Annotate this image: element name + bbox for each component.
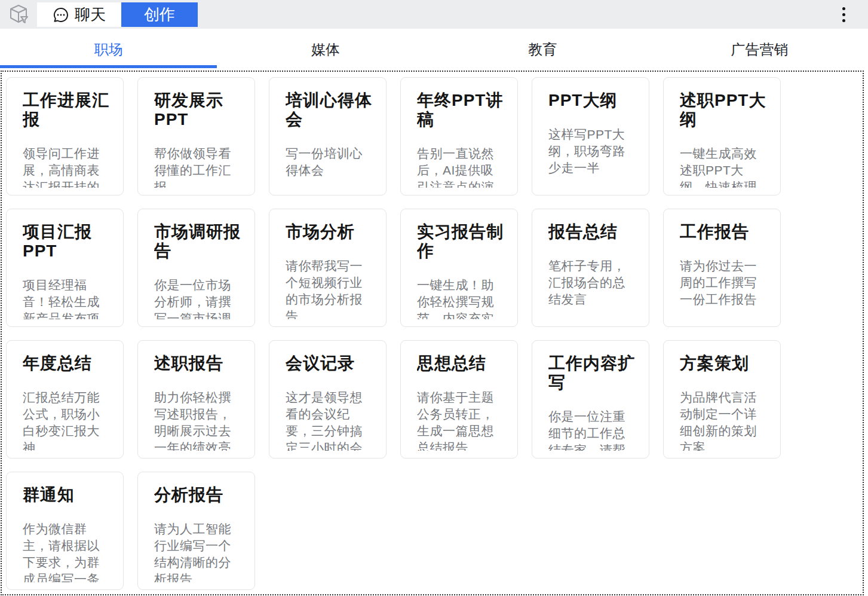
card-desc: 写一份培训心得体会 xyxy=(286,145,373,179)
card-desc: 请为人工智能行业编写一个结构清晰的分析报告 xyxy=(154,521,241,582)
card-clip: 分析报告 请为人工智能行业编写一个结构清晰的分析报告 xyxy=(154,485,241,582)
card-clip: 报告总结 笔杆子专用，汇报场合的总结发言 xyxy=(548,222,636,319)
card-clip: 述职报告 助力你轻松撰写述职报告，明晰展示过去一年的绩效亮点 xyxy=(154,354,241,451)
category-label: 教育 xyxy=(528,40,557,59)
card-desc: 为品牌代言活动制定一个详细创新的策划方案 xyxy=(680,389,767,451)
card-desc: 你是一位注重细节的工作总结专家，请帮我扩写工作内容 xyxy=(548,408,636,451)
category-bar: 职场 媒体 教育 广告营销 xyxy=(0,29,868,71)
card-desc: 项目经理福音！轻松生成新产品发布项目PPT xyxy=(23,277,110,319)
card-title: 年度总结 xyxy=(23,354,110,373)
template-card[interactable]: 实习报告制作 一键生成！助你轻松撰写规范、内容充实的实习报告 xyxy=(400,209,518,327)
template-card[interactable]: 报告总结 笔杆子专用，汇报场合的总结发言 xyxy=(532,209,649,327)
card-title: PPT大纲 xyxy=(548,91,636,110)
card-desc: 一键生成！助你轻松撰写规范、内容充实的实习报告 xyxy=(417,277,504,319)
card-desc: 请你基于主题公务员转正，生成一篇思想总结报告 xyxy=(417,389,504,451)
card-clip: 会议记录 这才是领导想看的会议纪要，三分钟搞定三小时的会议 xyxy=(286,354,373,451)
template-card[interactable]: 群通知 作为微信群主，请根据以下要求，为群成员编写一条通知 xyxy=(6,472,124,590)
card-title: 培训心得体会 xyxy=(286,91,373,129)
category-label: 媒体 xyxy=(311,40,340,59)
card-clip: 工作进展汇报 领导问工作进展，高情商表达汇报开挂的你 xyxy=(23,91,110,188)
template-card[interactable]: 工作报告 请为你过去一周的工作撰写一份工作报告 xyxy=(663,209,781,327)
card-desc: 作为微信群主，请根据以下要求，为群成员编写一条通知 xyxy=(23,521,110,582)
card-clip: 培训心得体会 写一份培训心得体会 xyxy=(286,91,373,188)
tab-create[interactable]: 创作 xyxy=(121,2,198,27)
template-card[interactable]: 项目汇报PPT 项目经理福音！轻松生成新产品发布项目PPT xyxy=(6,209,124,327)
chat-bubble-icon xyxy=(53,7,69,23)
card-desc: 你是一位市场分析师，请撰写一篇市场调研报告 xyxy=(154,277,241,319)
card-desc: 这才是领导想看的会议纪要，三分钟搞定三小时的会议 xyxy=(286,389,373,451)
card-desc: 笔杆子专用，汇报场合的总结发言 xyxy=(548,258,636,308)
card-clip: 述职PPT大纲 一键生成高效述职PPT大纲，快速梳理重点 xyxy=(680,91,767,188)
category-label: 职场 xyxy=(94,40,123,59)
card-title: 市场调研报告 xyxy=(154,222,241,261)
card-title: 分析报告 xyxy=(154,485,241,505)
tab-chat-label: 聊天 xyxy=(75,4,106,25)
card-clip: 市场分析 请你帮我写一个短视频行业的市场分析报告 xyxy=(286,222,373,319)
template-card[interactable]: 分析报告 请为人工智能行业编写一个结构清晰的分析报告 xyxy=(137,472,255,590)
template-card[interactable]: 工作进展汇报 领导问工作进展，高情商表达汇报开挂的你 xyxy=(6,77,124,195)
card-desc: 汇报总结万能公式，职场小白秒变汇报大神 xyxy=(23,389,110,451)
template-card[interactable]: 市场调研报告 你是一位市场分析师，请撰写一篇市场调研报告 xyxy=(137,209,255,327)
card-title: 工作进展汇报 xyxy=(23,91,110,129)
card-title: 报告总结 xyxy=(548,222,636,242)
card-title: 研发展示PPT xyxy=(154,91,241,129)
template-card[interactable]: 市场分析 请你帮我写一个短视频行业的市场分析报告 xyxy=(269,209,387,327)
template-card[interactable]: 年度总结 汇报总结万能公式，职场小白秒变汇报大神 xyxy=(6,340,124,459)
card-desc: 助力你轻松撰写述职报告，明晰展示过去一年的绩效亮点 xyxy=(154,389,241,451)
template-card[interactable]: 述职报告 助力你轻松撰写述职报告，明晰展示过去一年的绩效亮点 xyxy=(137,340,255,459)
category-tab-workplace[interactable]: 职场 xyxy=(0,29,217,71)
card-title: 项目汇报PPT xyxy=(23,222,110,261)
category-tab-education[interactable]: 教育 xyxy=(434,29,651,71)
card-desc: 请为你过去一周的工作撰写一份工作报告 xyxy=(680,258,767,308)
template-card[interactable]: 会议记录 这才是领导想看的会议纪要，三分钟搞定三小时的会议 xyxy=(269,340,387,459)
card-title: 述职报告 xyxy=(154,354,241,373)
card-clip: PPT大纲 这样写PPT大纲，职场弯路少走一半 xyxy=(548,91,636,188)
card-clip: 群通知 作为微信群主，请根据以下要求，为群成员编写一条通知 xyxy=(23,485,110,582)
card-desc: 告别一直说然后，AI提供吸引注意点的演讲稿 xyxy=(417,145,504,188)
card-desc: 请你帮我写一个短视频行业的市场分析报告 xyxy=(286,258,373,319)
card-title: 工作内容扩写 xyxy=(548,354,636,392)
card-desc: 这样写PPT大纲，职场弯路少走一半 xyxy=(548,126,636,176)
top-bar: 聊天 创作 xyxy=(0,0,868,29)
tab-chat[interactable]: 聊天 xyxy=(37,2,121,27)
card-clip: 年终PPT讲稿 告别一直说然后，AI提供吸引注意点的演讲稿 xyxy=(417,91,504,188)
card-title: 方案策划 xyxy=(680,354,767,373)
cube-filter-icon[interactable] xyxy=(8,3,30,26)
card-desc: 帮你做领导看得懂的工作汇报 xyxy=(154,145,241,188)
category-tab-media[interactable]: 媒体 xyxy=(217,29,434,71)
template-card[interactable]: 思想总结 请你基于主题公务员转正，生成一篇思想总结报告 xyxy=(400,340,518,459)
template-card[interactable]: 方案策划 为品牌代言活动制定一个详细创新的策划方案 xyxy=(663,340,781,459)
category-label: 广告营销 xyxy=(731,40,788,59)
card-title: 述职PPT大纲 xyxy=(680,91,767,129)
card-grid: 工作进展汇报 领导问工作进展，高情商表达汇报开挂的你 研发展示PPT 帮你做领导… xyxy=(6,77,863,590)
card-desc: 一键生成高效述职PPT大纲，快速梳理重点 xyxy=(680,145,767,188)
card-clip: 项目汇报PPT 项目经理福音！轻松生成新产品发布项目PPT xyxy=(23,222,110,319)
card-clip: 工作内容扩写 你是一位注重细节的工作总结专家，请帮我扩写工作内容 xyxy=(548,354,636,451)
card-clip: 研发展示PPT 帮你做领导看得懂的工作汇报 xyxy=(154,91,241,188)
category-tab-ad-marketing[interactable]: 广告营销 xyxy=(651,29,868,71)
card-title: 思想总结 xyxy=(417,354,504,373)
template-card[interactable]: 述职PPT大纲 一键生成高效述职PPT大纲，快速梳理重点 xyxy=(663,77,781,195)
card-title: 会议记录 xyxy=(286,354,373,373)
tab-create-label: 创作 xyxy=(144,4,175,25)
card-clip: 市场调研报告 你是一位市场分析师，请撰写一篇市场调研报告 xyxy=(154,222,241,319)
card-title: 市场分析 xyxy=(286,222,373,242)
template-card[interactable]: 培训心得体会 写一份培训心得体会 xyxy=(269,77,387,195)
card-clip: 实习报告制作 一键生成！助你轻松撰写规范、内容充实的实习报告 xyxy=(417,222,504,319)
card-clip: 年度总结 汇报总结万能公式，职场小白秒变汇报大神 xyxy=(23,354,110,451)
card-title: 群通知 xyxy=(23,485,110,505)
card-title: 工作报告 xyxy=(680,222,767,242)
kebab-menu-icon[interactable] xyxy=(839,5,848,23)
template-card[interactable]: 年终PPT讲稿 告别一直说然后，AI提供吸引注意点的演讲稿 xyxy=(400,77,518,195)
card-title: 实习报告制作 xyxy=(417,222,504,261)
template-card[interactable]: 工作内容扩写 你是一位注重细节的工作总结专家，请帮我扩写工作内容 xyxy=(532,340,649,459)
card-desc: 领导问工作进展，高情商表达汇报开挂的你 xyxy=(23,145,110,188)
content-area: 工作进展汇报 领导问工作进展，高情商表达汇报开挂的你 研发展示PPT 帮你做领导… xyxy=(1,71,864,595)
card-clip: 思想总结 请你基于主题公务员转正，生成一篇思想总结报告 xyxy=(417,354,504,451)
card-clip: 工作报告 请为你过去一周的工作撰写一份工作报告 xyxy=(680,222,767,319)
card-title: 年终PPT讲稿 xyxy=(417,91,504,129)
card-clip: 方案策划 为品牌代言活动制定一个详细创新的策划方案 xyxy=(680,354,767,451)
template-card[interactable]: 研发展示PPT 帮你做领导看得懂的工作汇报 xyxy=(137,77,255,195)
active-tab-indicator xyxy=(0,65,217,68)
template-card[interactable]: PPT大纲 这样写PPT大纲，职场弯路少走一半 xyxy=(532,77,649,195)
